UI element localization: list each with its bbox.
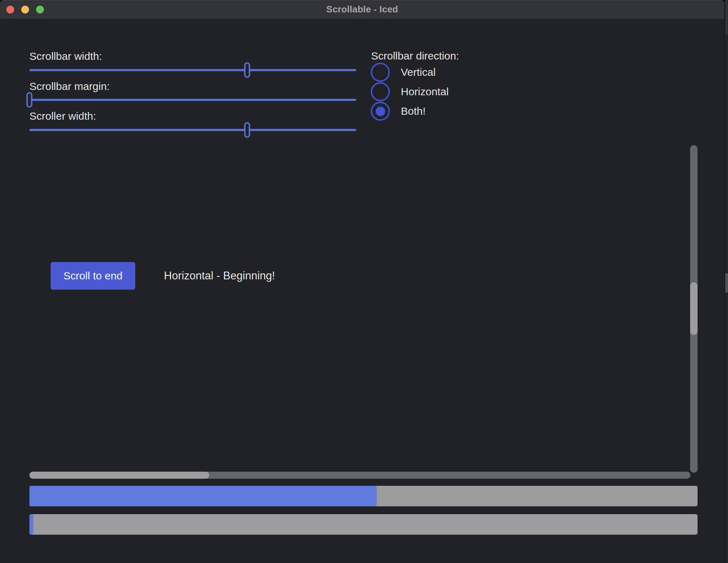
scrollbar-width-label: Scrollbar width:: [29, 50, 102, 63]
app-window: Scrollable - Iced Scrollbar width: Scrol…: [0, 0, 724, 563]
radio-circle-icon[interactable]: [371, 63, 390, 82]
slider-handle[interactable]: [244, 62, 250, 78]
scroll-status-text: Horizontal - Beginning!: [164, 262, 275, 290]
scrollbar-margin-label: Scrollbar margin:: [29, 80, 110, 93]
horizontal-scroller-thumb[interactable]: [29, 472, 209, 479]
traffic-lights: [6, 6, 44, 13]
horizontal-progress-bar: [29, 514, 698, 535]
slider-rail[interactable]: [29, 129, 356, 131]
window-title: Scrollable - Iced: [326, 4, 398, 15]
titlebar: Scrollable - Iced: [0, 0, 724, 19]
radio-vertical[interactable]: Vertical: [371, 63, 436, 82]
radio-vertical-label: Vertical: [401, 66, 436, 78]
scrollbar-direction-label: Scrollbar direction:: [371, 50, 459, 62]
scroller-width-label: Scroller width:: [29, 110, 96, 123]
radio-horizontal[interactable]: Horizontal: [371, 82, 449, 101]
radio-horizontal-label: Horizontal: [401, 86, 449, 98]
vertical-progress-bar: [29, 486, 698, 506]
radio-circle-icon[interactable]: [371, 102, 390, 121]
background-window-edge: [724, 0, 728, 563]
minimize-button[interactable]: [21, 6, 29, 13]
horizontal-scrollbar[interactable]: [29, 472, 690, 479]
vertical-scrollbar[interactable]: [690, 145, 698, 473]
progress-fill: [29, 486, 377, 506]
scrollbar-width-slider[interactable]: [29, 62, 356, 78]
background-window-scrollbar-edge: [725, 274, 728, 292]
scroller-width-slider[interactable]: [29, 122, 356, 138]
radio-dot-icon: [376, 107, 385, 116]
radio-both-label: Both!: [401, 105, 426, 117]
scroll-to-end-button[interactable]: Scroll to end: [51, 262, 135, 290]
close-button[interactable]: [6, 6, 14, 13]
radio-both[interactable]: Both!: [371, 102, 426, 121]
slider-handle[interactable]: [27, 92, 33, 108]
background-window-titlebar-edge: [725, 0, 728, 35]
scrollbar-margin-slider[interactable]: [29, 92, 356, 108]
slider-rail[interactable]: [29, 99, 356, 101]
slider-handle[interactable]: [244, 122, 250, 138]
slider-rail[interactable]: [29, 69, 356, 71]
progress-fill: [29, 514, 33, 535]
radio-circle-icon[interactable]: [371, 82, 390, 101]
vertical-scroller-thumb[interactable]: [690, 282, 698, 335]
zoom-button[interactable]: [36, 6, 44, 13]
